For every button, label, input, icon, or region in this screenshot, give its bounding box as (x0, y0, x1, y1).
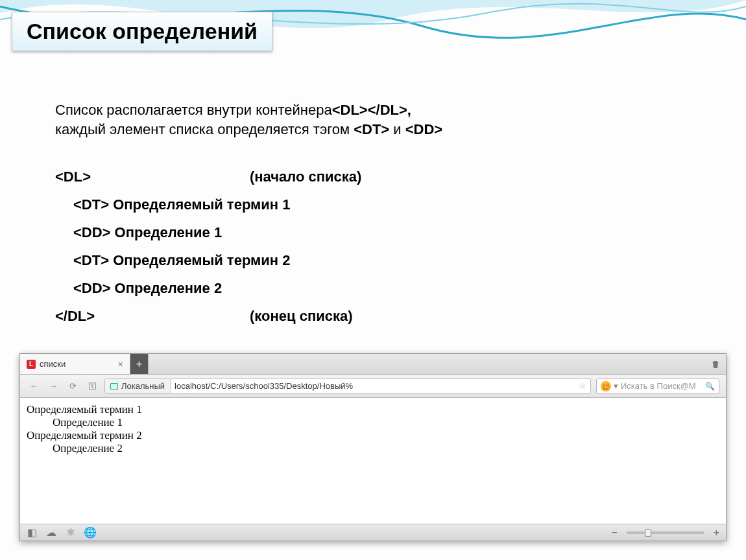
intro-text: Список располагается внутри контейнера<D… (55, 100, 707, 139)
forward-button[interactable]: → (46, 379, 60, 393)
intro-2c: и (389, 121, 405, 137)
zoom-thumb[interactable] (645, 529, 651, 537)
zoom-slider[interactable] (627, 531, 704, 534)
address-local-badge: Локальный (105, 379, 171, 393)
new-tab-button[interactable]: + (130, 354, 149, 374)
browser-tab[interactable]: L списки × (20, 354, 130, 374)
browser-window: L списки × + ← → ⟳ ⚿ Локальный localhost… (19, 353, 727, 541)
slide-content: Список располагается внутри контейнера<D… (55, 100, 707, 331)
navbar: ← → ⟳ ⚿ Локальный localhost/C:/Users/sch… (20, 375, 726, 398)
search-glass-icon[interactable]: 🔍 (705, 382, 715, 391)
local-label: Локальный (121, 381, 165, 391)
code-r6a: </DL> (55, 303, 250, 331)
key-icon[interactable]: ⚿ (85, 379, 99, 393)
search-box[interactable]: @ ▾ Искать в Поиск@М 🔍 (596, 379, 719, 394)
tab-title: списки (40, 359, 66, 369)
rendered-dd1: Определение 1 (53, 416, 719, 429)
network-icon[interactable]: 🌐 (85, 528, 95, 538)
slide-title: Список определений (12, 12, 272, 51)
reload-button[interactable]: ⟳ (66, 379, 80, 393)
share-icon[interactable]: ⚛ (66, 528, 76, 538)
code-r3: <DD> Определение 1 (55, 219, 707, 247)
intro-2d: <DD> (405, 121, 442, 137)
back-button[interactable]: ← (27, 379, 41, 393)
code-r5: <DD> Определение 2 (55, 275, 707, 303)
monitor-icon (110, 383, 118, 390)
search-provider-icon: @ (601, 381, 611, 391)
panel-toggle-icon[interactable]: ◧ (27, 528, 37, 538)
intro-1a: Список располагается внутри контейнера (55, 102, 332, 118)
address-url[interactable]: localhost/C:/Users/school335/Desktop/Нов… (171, 379, 575, 393)
status-bar: ◧ ☁ ⚛ 🌐 − + (20, 524, 726, 541)
search-dropdown-icon[interactable]: ▾ (614, 381, 618, 391)
rendered-dl: Определяемый термин 1 Определение 1 Опре… (27, 403, 719, 455)
code-r6b: (конец списка) (250, 303, 353, 331)
rendered-dt2: Определяемый термин 2 (27, 429, 719, 442)
address-bar[interactable]: Локальный localhost/C:/Users/school335/D… (104, 379, 591, 394)
close-tab-icon[interactable]: × (118, 359, 123, 369)
zoom-out-button[interactable]: − (611, 527, 617, 539)
search-placeholder: Искать в Поиск@М (621, 381, 703, 391)
code-r4: <DT> Определяемый термин 2 (55, 247, 707, 275)
code-block: <DL>(начало списка) <DT> Определяемый те… (55, 163, 707, 330)
intro-1b: <DL></DL>, (332, 102, 411, 118)
code-r1b: (начало списка) (250, 163, 361, 191)
tabs-row: L списки × + (20, 354, 726, 375)
zoom-in-button[interactable]: + (714, 527, 719, 539)
tabs-spacer (149, 354, 705, 374)
intro-2a: каждый элемент списка определяется тэгом (55, 121, 354, 137)
page-viewport: Определяемый термин 1 Определение 1 Опре… (20, 398, 726, 524)
intro-2b: <DT> (354, 121, 389, 137)
trash-icon[interactable] (705, 354, 726, 374)
cloud-icon[interactable]: ☁ (46, 528, 56, 538)
tab-favicon-icon: L (27, 360, 36, 369)
rendered-dt1: Определяемый термин 1 (27, 403, 719, 416)
code-r1a: <DL> (55, 163, 250, 191)
code-r2: <DT> Определяемый термин 1 (55, 191, 707, 219)
bookmark-star-icon[interactable]: ☆ (575, 379, 590, 393)
rendered-dd2: Определение 2 (53, 442, 719, 455)
